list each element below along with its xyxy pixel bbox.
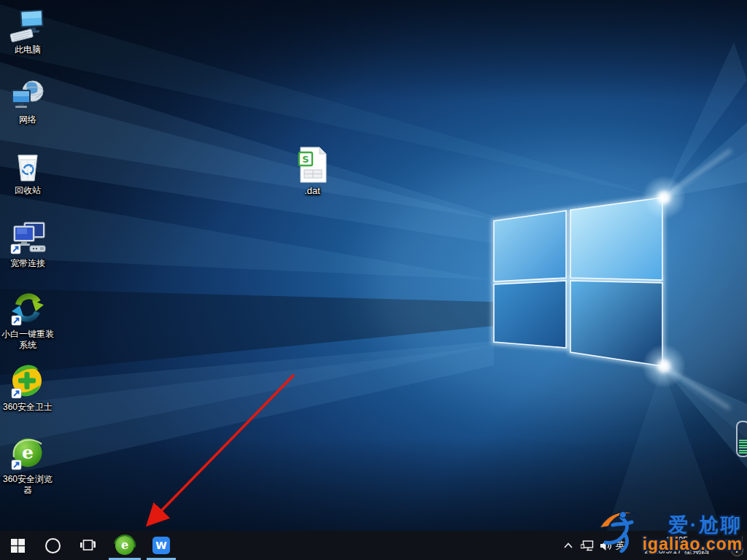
desktop-icon-label: 小白一键重装 系统: [1, 329, 54, 351]
network-icon: [9, 77, 46, 112]
cortana-circle-icon: [45, 538, 61, 553]
360-browser-icon: e: [9, 437, 46, 472]
wps-icon: W: [152, 537, 170, 554]
xiaobai-refresh-icon: [9, 292, 46, 327]
desktop-file-dat[interactable]: S .dat: [285, 148, 340, 196]
desktop-icon-network[interactable]: 网络: [0, 77, 55, 125]
tray-network-button[interactable]: [578, 531, 597, 560]
windows-hero-logo: [0, 0, 747, 560]
show-desktop-button[interactable]: [743, 531, 747, 560]
clock-date: 2020/9/17 星期四: [645, 545, 710, 556]
desktop-icon-xiaobai[interactable]: 小白一键重装 系统: [0, 292, 55, 351]
shortcut-arrow-badge: [12, 460, 21, 470]
desktop-icon-label: 360安全卫士: [3, 402, 53, 413]
clock-time: 17:05: [666, 535, 688, 545]
task-view-button[interactable]: [70, 531, 105, 560]
desktop-icon-label: 回收站: [15, 185, 41, 196]
start-button[interactable]: [0, 531, 35, 560]
broadband-icon: [8, 221, 47, 256]
360-browser-icon: e: [115, 536, 134, 555]
desktop-icon-this-pc[interactable]: 此电脑: [0, 7, 55, 55]
shortcut-arrow-badge: [12, 389, 21, 398]
ethernet-network-icon: [581, 540, 594, 551]
cortana-button[interactable]: [35, 531, 70, 560]
desktop-icon-label: 宽带连接: [10, 258, 45, 269]
desktop-icon-recycle-bin[interactable]: 回收站: [0, 148, 55, 196]
tray-language-indicator[interactable]: 英: [610, 531, 630, 560]
tray-clock[interactable]: 17:05 2020/9/17 星期四: [632, 531, 722, 560]
volume-level-indicator: [736, 421, 747, 457]
desktop-icon-label: 此电脑: [15, 44, 41, 55]
shortcut-arrow-badge: [12, 316, 21, 325]
action-center-button[interactable]: 7: [721, 531, 741, 560]
windows-logo-icon: [11, 539, 25, 553]
recycle-bin-icon: [11, 148, 44, 183]
taskbar: e W 英: [0, 531, 747, 560]
windows-desktop: 此电脑 网络: [0, 0, 747, 560]
chevron-up-icon: [564, 542, 573, 548]
svg-text:e: e: [22, 442, 34, 463]
desktop-icon-360-safe[interactable]: 360安全卫士: [0, 365, 55, 413]
task-view-icon: [80, 539, 96, 552]
shortcut-arrow-badge: [11, 244, 20, 254]
tray-show-hidden-icons[interactable]: [559, 531, 578, 560]
wps-spreadsheet-file-icon: S: [298, 148, 327, 183]
desktop-icon-label: 360安全浏览 器: [3, 474, 53, 496]
desktop-icon-360-browser[interactable]: e 360安全浏览 器: [0, 437, 55, 496]
360-safe-icon: [9, 365, 46, 400]
level-bars: [739, 438, 747, 454]
desktop-icon-broadband[interactable]: 宽带连接: [0, 221, 55, 269]
taskbar-app-360-browser[interactable]: e: [107, 531, 142, 560]
svg-text:S: S: [302, 154, 309, 165]
taskbar-app-wps[interactable]: W: [145, 531, 177, 560]
desktop-icon-label: 网络: [19, 114, 36, 125]
file-label: .dat: [304, 185, 320, 196]
this-pc-icon: [9, 7, 46, 42]
